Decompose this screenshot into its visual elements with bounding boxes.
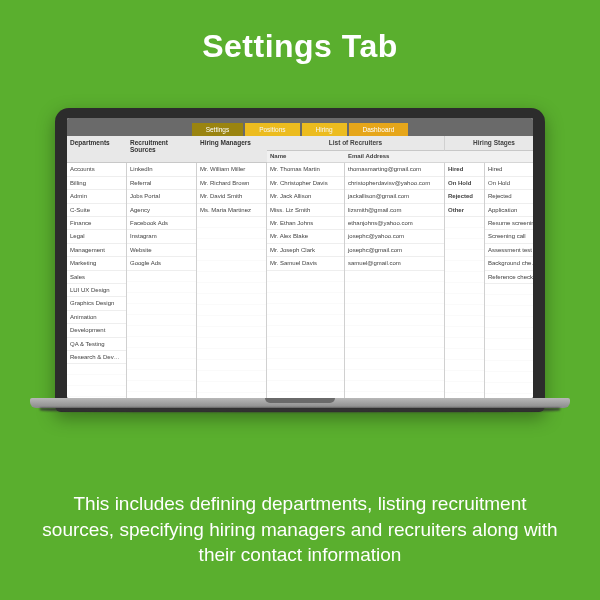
- col-recruiter-names: Mr. Thomas Martin Mr. Christopher Davis …: [267, 163, 345, 398]
- table-row: Mr. Samuel Davis: [267, 257, 344, 270]
- header-stages: Hiring Stages: [445, 136, 533, 151]
- table-row: Marketing: [67, 257, 126, 270]
- header-recruiters: List of Recruiters: [267, 136, 445, 151]
- caption-text: This includes defining departments, list…: [40, 491, 560, 568]
- app-screen: Settings Positions Hiring Dashboard Depa…: [67, 118, 533, 398]
- table-row: LinkedIn: [127, 163, 196, 176]
- laptop-bezel: Settings Positions Hiring Dashboard Depa…: [55, 108, 545, 412]
- col-recruiter-emails: thomasmarting@gmail.com christopherdavis…: [345, 163, 445, 398]
- subheader-name: Name: [267, 151, 345, 163]
- table-row: Animation: [67, 311, 126, 324]
- table-row: Other: [445, 204, 484, 217]
- table-row: Graphics Design: [67, 297, 126, 310]
- tab-settings[interactable]: Settings: [192, 123, 244, 136]
- tab-hiring[interactable]: Hiring: [302, 123, 347, 136]
- table-row: On Hold: [445, 177, 484, 190]
- col-sources: LinkedIn Referral Jobs Portal Agency Fac…: [127, 163, 197, 398]
- table-row: josephc@gmail.com: [345, 244, 444, 257]
- laptop-mockup: Settings Positions Hiring Dashboard Depa…: [55, 108, 545, 412]
- table-row: Mr. Thomas Martin: [267, 163, 344, 176]
- table-row: Mr. Ethan Johns: [267, 217, 344, 230]
- table-row: Sales: [67, 271, 126, 284]
- table-row: Mr. David Smith: [197, 190, 266, 203]
- subheader-email: Email Address: [345, 151, 445, 163]
- table-row: Rejected: [445, 190, 484, 203]
- subheader-stage-val: [485, 151, 533, 163]
- table-row: Google Ads: [127, 257, 196, 270]
- table-row: Website: [127, 244, 196, 257]
- table-row: Agency: [127, 204, 196, 217]
- table-row: Background checks: [485, 257, 533, 270]
- table-row: Mr. Jack Allison: [267, 190, 344, 203]
- table-row: Referral: [127, 177, 196, 190]
- subheader-stage-key: [445, 151, 485, 163]
- header-managers: Hiring Managers: [197, 136, 267, 163]
- col-departments: Accounts Billing Admin C-Suite Finance L…: [67, 163, 127, 398]
- table-row: Facebook Ads: [127, 217, 196, 230]
- header-departments: Departments: [67, 136, 127, 163]
- table-row: Jobs Portal: [127, 190, 196, 203]
- table-row: Billing: [67, 177, 126, 190]
- tab-dashboard[interactable]: Dashboard: [349, 123, 409, 136]
- table-row: josephc@yahoo.com: [345, 230, 444, 243]
- table-row: Mr. Joseph Clark: [267, 244, 344, 257]
- col-managers: Mr. William Miller Mr. Richard Brown Mr.…: [197, 163, 267, 398]
- table-row: Research & Development: [67, 351, 126, 364]
- table-row: Finance: [67, 217, 126, 230]
- tab-bar: Settings Positions Hiring Dashboard: [67, 118, 533, 136]
- table-row: C-Suite: [67, 204, 126, 217]
- table-row: Resume screening: [485, 217, 533, 230]
- table-row: Hired: [485, 163, 533, 176]
- table-row: Mr. Alex Blake: [267, 230, 344, 243]
- col-stages: Hired On Hold Rejected Application Resum…: [485, 163, 533, 398]
- table-row: jackallison@gmail.com: [345, 190, 444, 203]
- table-row: Accounts: [67, 163, 126, 176]
- table-row: Admin: [67, 190, 126, 203]
- col-stage-labels: Hired On Hold Rejected Other: [445, 163, 485, 398]
- table-row: Legal: [67, 230, 126, 243]
- table-row: LUI UX Design: [67, 284, 126, 297]
- table-row: Miss. Liz Smith: [267, 204, 344, 217]
- table-row: christopherdavisv@yahoo.com: [345, 177, 444, 190]
- table-row: Mr. Christopher Davis: [267, 177, 344, 190]
- page-title: Settings Tab: [0, 28, 600, 65]
- header-sources: Recruitment Sources: [127, 136, 197, 163]
- laptop-base: [30, 398, 570, 414]
- table-row: Development: [67, 324, 126, 337]
- table-row: Hired: [445, 163, 484, 176]
- table-row: Rejected: [485, 190, 533, 203]
- table-row: Assessment test: [485, 244, 533, 257]
- table-row: ethanjohns@yahoo.com: [345, 217, 444, 230]
- table-row: Mr. William Miller: [197, 163, 266, 176]
- table-row: thomasmarting@gmail.com: [345, 163, 444, 176]
- table-row: Ms. Maria Martinez: [197, 204, 266, 217]
- table-row: samuel@gmail.com: [345, 257, 444, 270]
- table-row: Reference checks: [485, 271, 533, 284]
- table-row: QA & Testing: [67, 338, 126, 351]
- table-row: On Hold: [485, 177, 533, 190]
- table-row: Mr. Richard Brown: [197, 177, 266, 190]
- tab-positions[interactable]: Positions: [245, 123, 299, 136]
- table-row: lizsmith@gmail.com: [345, 204, 444, 217]
- settings-sheet: Departments Recruitment Sources Hiring M…: [67, 136, 533, 398]
- table-row: Application: [485, 204, 533, 217]
- table-row: Instagram: [127, 230, 196, 243]
- table-row: Screening call: [485, 230, 533, 243]
- table-row: Management: [67, 244, 126, 257]
